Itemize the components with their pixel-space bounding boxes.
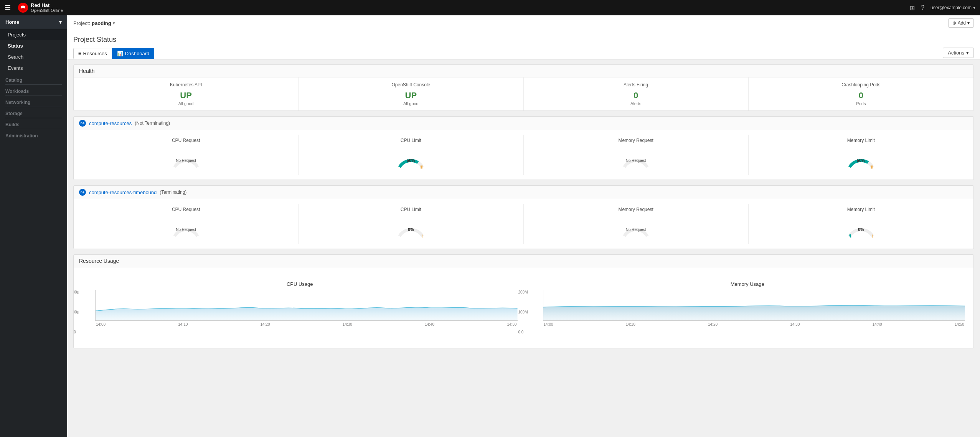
memory-chart-x-labels: 14:00 14:10 14:20 14:30 14:40 14:50 <box>543 322 965 327</box>
resource-item-memory-request-0: Memory Request No Request <box>524 135 749 175</box>
sidebar-home-label: Home <box>5 19 19 25</box>
namespace-row-timebound: ns compute-resources-timebound (Terminat… <box>74 186 973 199</box>
user-menu[interactable]: user@example.com ▾ <box>931 5 975 10</box>
cpu-chart-title: CPU Usage <box>82 281 518 287</box>
tab-dashboard-label: Dashboard <box>125 51 150 56</box>
sidebar-item-events[interactable]: Events <box>0 63 67 74</box>
resource-usage-section: Resource Usage CPU Usage 200μ 100μ 0.0 <box>73 254 974 348</box>
navbar-right: ⊞ ? user@example.com ▾ <box>910 4 975 12</box>
namespace-status: (Not Terminating) <box>135 120 170 126</box>
page-title: Project Status <box>73 36 974 44</box>
health-item-value: 0 <box>527 91 745 101</box>
svg-point-1 <box>20 8 26 11</box>
add-icon: ⊕ <box>952 20 956 26</box>
cpu-chart-y-labels: 200μ 100μ 0.0 <box>73 290 79 334</box>
resource-label: Memory Request <box>528 207 744 212</box>
health-crashlooping-pods: Crashlooping Pods 0 Pods <box>749 78 973 110</box>
compute-resources-section: ns compute-resources (Not Terminating) C… <box>73 116 974 180</box>
sidebar-builds-item[interactable]: Builds <box>0 118 67 129</box>
tab-dashboard[interactable]: 📊 Dashboard <box>112 48 155 59</box>
sidebar-workloads-item[interactable]: Workloads <box>0 85 67 96</box>
namespace-status: (Terminating) <box>160 190 186 195</box>
resource-label: Memory Limit <box>753 138 969 143</box>
help-icon[interactable]: ? <box>921 4 924 11</box>
namespace-badge: ns <box>79 120 86 127</box>
sidebar-networking-item[interactable]: Networking <box>0 96 67 107</box>
sidebar-item-projects[interactable]: Projects <box>0 29 67 40</box>
namespace-badge: ns <box>79 189 86 196</box>
memory-chart-wrapper: 200M 100M 0.0 <box>530 290 965 334</box>
memory-x-label: 14:20 <box>708 322 718 327</box>
project-name[interactable]: paoding <box>92 20 111 26</box>
app-body: Home ▾ Projects Status Search Events Cat… <box>0 15 980 437</box>
main-content: Project: paoding ▾ ⊕ Add ▾ Project Statu… <box>67 15 980 437</box>
project-label: Project: <box>73 20 90 26</box>
cpu-chart-x-labels: 14:00 14:10 14:20 14:30 14:40 14:50 <box>95 322 518 327</box>
memory-x-label: 14:30 <box>790 322 800 327</box>
resource-grid-0: CPU Request No Request CPU Limit <box>74 130 973 180</box>
hamburger-icon[interactable]: ☰ <box>5 3 11 12</box>
compute-resources-timebound-section: ns compute-resources-timebound (Terminat… <box>73 185 974 249</box>
add-label: Add <box>958 20 966 26</box>
health-kubernetes-api: Kubernetes API UP All good <box>74 78 299 110</box>
sidebar-catalog-item[interactable]: Catalog <box>0 74 67 84</box>
donut-text: 0% <box>858 227 864 232</box>
memory-chart-svg <box>543 290 965 320</box>
memory-usage-chart <box>543 290 965 321</box>
health-item-value: 0 <box>752 91 970 101</box>
add-button[interactable]: ⊕ Add ▾ <box>948 18 974 28</box>
tab-bar: ≡ Resources 📊 Dashboard <box>73 48 154 59</box>
health-item-value: UP <box>302 91 520 101</box>
sidebar-item-label: Status <box>8 43 23 49</box>
resource-item-cpu-request-1: CPU Request No Request <box>74 204 299 244</box>
redhat-logo: Red Hat OpenShift Online <box>18 2 63 13</box>
memory-x-label: 14:10 <box>626 322 635 327</box>
memory-x-label: 14:50 <box>955 322 964 327</box>
resource-item-cpu-limit-0: CPU Limit 50% <box>299 135 523 175</box>
usage-grid: CPU Usage 200μ 100μ 0.0 <box>79 274 968 342</box>
health-item-value: UP <box>77 91 295 101</box>
resource-item-cpu-limit-1: CPU Limit 0% <box>299 204 523 244</box>
sidebar-item-search[interactable]: Search <box>0 51 67 63</box>
donut-text: 50% <box>857 158 865 163</box>
memory-chart-y-labels: 200M 100M 0.0 <box>518 290 528 334</box>
actions-button[interactable]: Actions ▾ <box>943 48 974 58</box>
health-grid: Kubernetes API UP All good OpenShift Con… <box>74 78 973 110</box>
cpu-x-label: 14:40 <box>425 322 434 327</box>
cpu-x-label: 14:20 <box>261 322 270 327</box>
resource-usage-body: CPU Usage 200μ 100μ 0.0 <box>74 267 973 348</box>
resource-label: Memory Limit <box>753 207 969 212</box>
cpu-y-label-top: 200μ <box>73 290 79 294</box>
resource-label: CPU Limit <box>303 207 518 212</box>
health-alerts-firing: Alerts Firing 0 Alerts <box>524 78 749 110</box>
user-chevron-icon: ▾ <box>973 5 975 10</box>
cpu-x-label: 14:30 <box>343 322 352 327</box>
navbar-brand: ☰ Red Hat OpenShift Online <box>5 2 910 13</box>
tab-resources[interactable]: ≡ Resources <box>73 48 112 59</box>
content-area: Health Kubernetes API UP All good OpenSh… <box>67 60 980 437</box>
resource-item-memory-limit-0: Memory Limit 50% <box>749 135 973 175</box>
sidebar-item-status[interactable]: Status <box>0 40 67 51</box>
add-chevron-icon: ▾ <box>967 20 970 26</box>
memory-x-label: 14:40 <box>873 322 882 327</box>
donut-text: No Request <box>176 158 196 162</box>
sidebar-home-header[interactable]: Home ▾ <box>0 15 67 29</box>
apps-icon[interactable]: ⊞ <box>910 4 915 12</box>
sidebar-storage-item[interactable]: Storage <box>0 107 67 118</box>
actions-label: Actions <box>948 50 964 56</box>
navbar: ☰ Red Hat OpenShift Online ⊞ ? user@exam… <box>0 0 980 15</box>
health-item-label: Crashlooping Pods <box>752 82 970 87</box>
namespace-link[interactable]: compute-resources <box>89 120 132 126</box>
page-header: Project Status ≡ Resources 📊 Dashboard A… <box>67 31 980 60</box>
donut-text: 50% <box>407 158 415 163</box>
sidebar-administration-item[interactable]: Administration <box>0 129 67 140</box>
dashboard-tab-icon: 📊 <box>117 51 123 56</box>
sidebar: Home ▾ Projects Status Search Events Cat… <box>0 15 67 437</box>
project-chevron-icon[interactable]: ▾ <box>113 21 115 26</box>
project-bar: Project: paoding ▾ ⊕ Add ▾ <box>67 15 980 31</box>
health-item-label: Alerts Firing <box>527 82 745 87</box>
memory-y-label-bot: 0.0 <box>518 330 528 334</box>
namespace-link[interactable]: compute-resources-timebound <box>89 190 157 195</box>
sidebar-item-label: Projects <box>8 32 26 38</box>
resource-label: CPU Request <box>78 138 294 143</box>
